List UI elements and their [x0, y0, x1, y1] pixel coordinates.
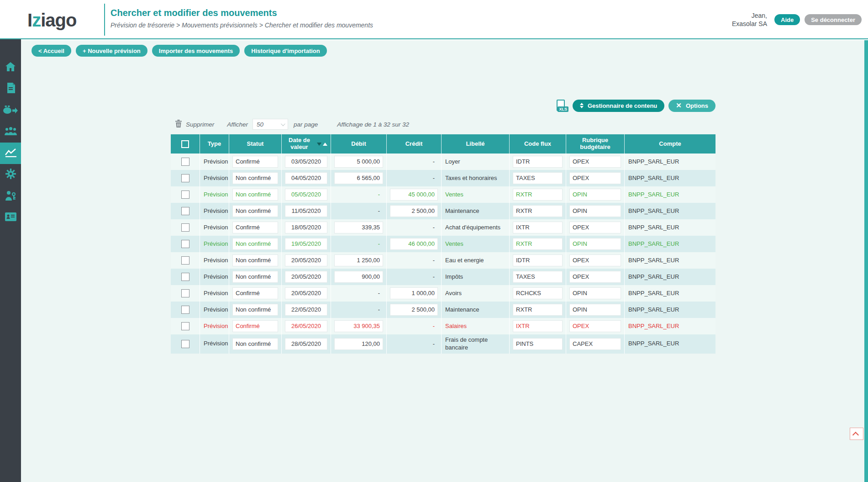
debit-input[interactable]: 339,35 [334, 222, 383, 233]
date-input[interactable]: 19/05/2020 [285, 238, 327, 250]
debit-input[interactable]: 6 565,00 [334, 172, 383, 184]
header-debit[interactable]: Débit [331, 134, 387, 154]
rubrique-input[interactable]: OPEX [569, 320, 621, 332]
credit-input[interactable]: - [390, 172, 438, 184]
import-history-button[interactable]: Historique d'importation [244, 45, 326, 57]
delete-button[interactable] [175, 120, 182, 129]
row-checkbox[interactable] [181, 240, 189, 248]
code-flux-input[interactable]: TAXES [513, 271, 563, 283]
statut-input[interactable]: Non confirmé [232, 338, 278, 350]
header-date-valeur[interactable]: Date de valeur [282, 134, 331, 154]
sort-asc-icon[interactable] [323, 143, 327, 146]
sidebar-item-user-permissions[interactable] [0, 185, 21, 207]
sort-desc-icon[interactable] [317, 143, 321, 146]
header-libelle[interactable]: Libellé [442, 134, 510, 154]
date-input[interactable]: 18/05/2020 [285, 222, 327, 233]
credit-input[interactable]: - [390, 338, 438, 350]
content-manager-button[interactable]: Gestionnaire de contenu [573, 100, 664, 112]
date-input[interactable]: 26/05/2020 [285, 320, 327, 332]
statut-input[interactable]: Confirmé [232, 156, 278, 168]
date-input[interactable]: 03/05/2020 [285, 156, 327, 168]
date-input[interactable]: 04/05/2020 [285, 172, 327, 184]
new-forecast-button[interactable]: + Nouvelle prévision [76, 45, 147, 57]
header-type[interactable]: Type [200, 134, 229, 154]
code-flux-input[interactable]: IDTR [513, 254, 563, 266]
debit-input[interactable]: - [334, 189, 383, 201]
header-credit[interactable]: Crédit [387, 134, 442, 154]
code-flux-input[interactable]: IXTR [513, 320, 563, 332]
date-input[interactable]: 20/05/2020 [285, 271, 327, 283]
debit-input[interactable]: 120,00 [334, 338, 383, 350]
code-flux-input[interactable]: PINTS [513, 338, 563, 350]
credit-input[interactable]: 45 000,00 [390, 189, 438, 201]
row-checkbox[interactable] [181, 174, 189, 182]
credit-input[interactable]: - [390, 254, 438, 266]
export-xls-icon[interactable]: XLS [557, 100, 567, 112]
rubrique-input[interactable]: CAPEX [569, 338, 621, 350]
code-flux-input[interactable]: IDTR [513, 156, 563, 168]
credit-input[interactable]: 46 000,00 [390, 238, 438, 250]
debit-input[interactable]: - [334, 205, 383, 217]
statut-input[interactable]: Confirmé [232, 287, 278, 299]
credit-input[interactable]: 1 000,00 [390, 287, 438, 299]
statut-input[interactable]: Non confirmé [232, 172, 278, 184]
rubrique-input[interactable]: OPEX [569, 254, 621, 266]
sidebar-item-settings[interactable] [0, 164, 21, 185]
sidebar-item-contact-card[interactable] [0, 207, 21, 228]
sidebar-item-home[interactable] [0, 57, 21, 78]
header-code-flux[interactable]: Code flux [510, 134, 566, 154]
header-statut[interactable]: Statut [229, 134, 282, 154]
date-input[interactable]: 28/05/2020 [285, 338, 327, 350]
statut-input[interactable]: Non confirmé [232, 304, 278, 316]
rubrique-input[interactable]: OPIN [569, 287, 621, 299]
debit-input[interactable]: 1 250,00 [334, 254, 383, 266]
help-button[interactable]: Aide [774, 14, 800, 25]
credit-input[interactable]: - [390, 320, 438, 332]
header-rubrique[interactable]: Rubrique budgétaire [566, 134, 625, 154]
row-checkbox[interactable] [181, 289, 189, 297]
code-flux-input[interactable]: RCHCKS [513, 287, 563, 299]
date-input[interactable]: 20/05/2020 [285, 254, 327, 266]
rubrique-input[interactable]: OPIN [569, 189, 621, 201]
row-checkbox[interactable] [181, 273, 189, 281]
row-checkbox[interactable] [181, 306, 189, 314]
back-home-button[interactable]: < Accueil [32, 45, 71, 57]
logout-button[interactable]: Se déconnecter [805, 14, 862, 25]
sidebar-item-users[interactable] [0, 121, 21, 143]
rubrique-input[interactable]: OPIN [569, 205, 621, 217]
sidebar-item-documents[interactable] [0, 78, 21, 100]
code-flux-input[interactable]: RXTR [513, 238, 563, 250]
statut-input[interactable]: Non confirmé [232, 254, 278, 266]
sort-icons[interactable] [317, 143, 327, 146]
statut-input[interactable]: Confirmé [232, 222, 278, 233]
import-movements-button[interactable]: Importer des mouvements [152, 45, 240, 57]
row-checkbox[interactable] [181, 256, 189, 265]
row-checkbox[interactable] [181, 322, 189, 330]
credit-input[interactable]: 2 500,00 [390, 304, 438, 316]
date-input[interactable]: 05/05/2020 [285, 189, 327, 201]
rubrique-input[interactable]: OPIN [569, 238, 621, 250]
debit-input[interactable]: 900,00 [334, 271, 383, 283]
date-input[interactable]: 20/05/2020 [285, 287, 327, 299]
credit-input[interactable]: - [390, 222, 438, 233]
delete-label[interactable]: Supprimer [186, 121, 214, 128]
scroll-to-top-button[interactable] [850, 428, 863, 440]
page-size-select[interactable]: 50 [253, 119, 288, 130]
statut-input[interactable]: Non confirmé [232, 205, 278, 217]
statut-input[interactable]: Non confirmé [232, 238, 278, 250]
code-flux-input[interactable]: RXTR [513, 205, 563, 217]
rubrique-input[interactable]: OPEX [569, 172, 621, 184]
options-button[interactable]: ✕ Options [668, 100, 715, 112]
row-checkbox[interactable] [181, 223, 189, 232]
rubrique-input[interactable]: OPEX [569, 271, 621, 283]
sidebar-item-forecast-chart[interactable] [0, 143, 21, 164]
credit-input[interactable]: 2 500,00 [390, 205, 438, 217]
debit-input[interactable]: 33 900,35 [334, 320, 383, 332]
rubrique-input[interactable]: OPEX [569, 156, 621, 168]
code-flux-input[interactable]: RXTR [513, 189, 563, 201]
code-flux-input[interactable]: RXTR [513, 304, 563, 316]
rubrique-input[interactable]: OPEX [569, 222, 621, 233]
debit-input[interactable]: - [334, 304, 383, 316]
row-checkbox[interactable] [181, 191, 189, 199]
debit-input[interactable]: - [334, 287, 383, 299]
